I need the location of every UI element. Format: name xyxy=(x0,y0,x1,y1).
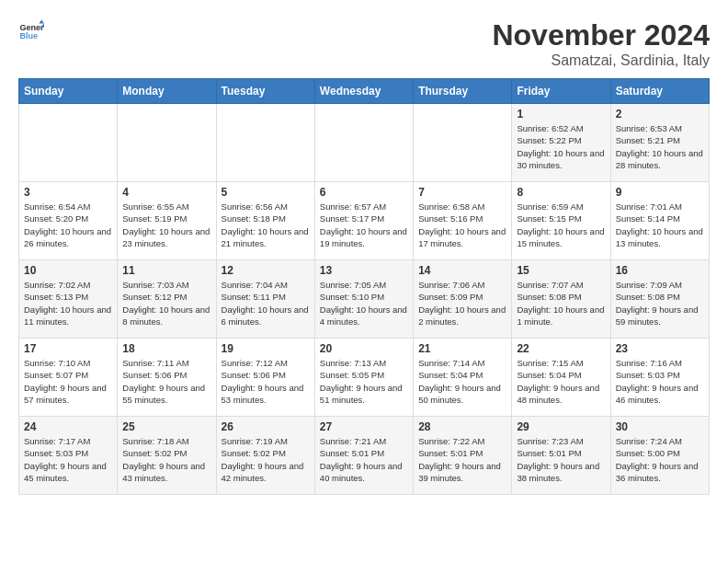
calendar-cell xyxy=(414,104,512,182)
calendar-cell: 5Sunrise: 6:56 AM Sunset: 5:18 PM Daylig… xyxy=(216,182,314,260)
calendar-dow-wednesday: Wednesday xyxy=(314,79,413,104)
day-info: Sunrise: 7:18 AM Sunset: 5:02 PM Dayligh… xyxy=(122,435,210,484)
day-number: 2 xyxy=(616,108,704,121)
day-info: Sunrise: 7:19 AM Sunset: 5:02 PM Dayligh… xyxy=(222,435,310,484)
day-number: 27 xyxy=(320,420,408,433)
day-info: Sunrise: 7:05 AM Sunset: 5:10 PM Dayligh… xyxy=(320,279,408,327)
calendar-dow-saturday: Saturday xyxy=(610,79,709,104)
day-number: 25 xyxy=(122,420,210,433)
day-number: 24 xyxy=(24,420,112,433)
calendar-subtitle: Samatzai, Sardinia, Italy xyxy=(492,52,710,69)
day-number: 28 xyxy=(418,420,506,433)
calendar-cell: 27Sunrise: 7:21 AM Sunset: 5:01 PM Dayli… xyxy=(314,417,413,495)
day-info: Sunrise: 7:10 AM Sunset: 5:07 PM Dayligh… xyxy=(24,357,112,406)
day-info: Sunrise: 7:13 AM Sunset: 5:05 PM Dayligh… xyxy=(320,357,408,406)
calendar-cell: 28Sunrise: 7:22 AM Sunset: 5:01 PM Dayli… xyxy=(414,417,512,495)
day-number: 10 xyxy=(24,264,112,277)
calendar-cell: 17Sunrise: 7:10 AM Sunset: 5:07 PM Dayli… xyxy=(19,339,118,417)
day-info: Sunrise: 7:12 AM Sunset: 5:06 PM Dayligh… xyxy=(222,357,310,406)
calendar-cell: 19Sunrise: 7:12 AM Sunset: 5:06 PM Dayli… xyxy=(216,339,314,417)
day-number: 6 xyxy=(320,186,408,199)
day-number: 5 xyxy=(222,186,310,199)
calendar-cell xyxy=(216,104,314,182)
day-info: Sunrise: 7:24 AM Sunset: 5:00 PM Dayligh… xyxy=(616,435,704,484)
logo-icon: General Blue xyxy=(18,18,44,44)
day-number: 22 xyxy=(517,342,605,355)
calendar-cell: 21Sunrise: 7:14 AM Sunset: 5:04 PM Dayli… xyxy=(414,339,512,417)
calendar-week-1: 1Sunrise: 6:52 AM Sunset: 5:22 PM Daylig… xyxy=(19,104,710,182)
page-header: General Blue November 2024 Samatzai, Sar… xyxy=(18,18,710,69)
day-info: Sunrise: 7:11 AM Sunset: 5:06 PM Dayligh… xyxy=(122,357,210,406)
day-info: Sunrise: 7:06 AM Sunset: 5:09 PM Dayligh… xyxy=(418,279,506,327)
calendar-week-2: 3Sunrise: 6:54 AM Sunset: 5:20 PM Daylig… xyxy=(19,182,710,260)
calendar-dow-friday: Friday xyxy=(512,79,610,104)
calendar-cell: 4Sunrise: 6:55 AM Sunset: 5:19 PM Daylig… xyxy=(118,182,216,260)
day-number: 3 xyxy=(24,186,112,199)
day-number: 12 xyxy=(222,264,310,277)
calendar-dow-thursday: Thursday xyxy=(414,79,512,104)
day-number: 9 xyxy=(616,186,704,199)
calendar-cell: 2Sunrise: 6:53 AM Sunset: 5:21 PM Daylig… xyxy=(610,104,709,182)
day-info: Sunrise: 7:17 AM Sunset: 5:03 PM Dayligh… xyxy=(24,435,112,484)
calendar-cell: 26Sunrise: 7:19 AM Sunset: 5:02 PM Dayli… xyxy=(216,417,314,495)
title-block: November 2024 Samatzai, Sardinia, Italy xyxy=(492,18,710,69)
calendar-cell: 8Sunrise: 6:59 AM Sunset: 5:15 PM Daylig… xyxy=(512,182,610,260)
calendar-cell: 9Sunrise: 7:01 AM Sunset: 5:14 PM Daylig… xyxy=(610,182,709,260)
day-number: 29 xyxy=(517,420,605,433)
calendar-body: 1Sunrise: 6:52 AM Sunset: 5:22 PM Daylig… xyxy=(19,104,710,495)
day-info: Sunrise: 7:04 AM Sunset: 5:11 PM Dayligh… xyxy=(222,279,310,327)
calendar-cell: 10Sunrise: 7:02 AM Sunset: 5:13 PM Dayli… xyxy=(19,260,118,339)
calendar-cell: 13Sunrise: 7:05 AM Sunset: 5:10 PM Dayli… xyxy=(314,260,413,339)
calendar-title: November 2024 xyxy=(492,18,710,52)
calendar-cell: 6Sunrise: 6:57 AM Sunset: 5:17 PM Daylig… xyxy=(314,182,413,260)
calendar-cell: 24Sunrise: 7:17 AM Sunset: 5:03 PM Dayli… xyxy=(19,417,118,495)
day-info: Sunrise: 7:15 AM Sunset: 5:04 PM Dayligh… xyxy=(517,357,605,406)
calendar-week-4: 17Sunrise: 7:10 AM Sunset: 5:07 PM Dayli… xyxy=(19,339,710,417)
calendar-cell: 15Sunrise: 7:07 AM Sunset: 5:08 PM Dayli… xyxy=(512,260,610,339)
calendar-dow-sunday: Sunday xyxy=(19,79,118,104)
calendar-cell xyxy=(314,104,413,182)
calendar-cell: 3Sunrise: 6:54 AM Sunset: 5:20 PM Daylig… xyxy=(19,182,118,260)
calendar-table: SundayMondayTuesdayWednesdayThursdayFrid… xyxy=(18,78,710,495)
day-info: Sunrise: 6:58 AM Sunset: 5:16 PM Dayligh… xyxy=(418,201,506,249)
day-number: 14 xyxy=(418,264,506,277)
calendar-week-5: 24Sunrise: 7:17 AM Sunset: 5:03 PM Dayli… xyxy=(19,417,710,495)
calendar-cell: 20Sunrise: 7:13 AM Sunset: 5:05 PM Dayli… xyxy=(314,339,413,417)
calendar-week-3: 10Sunrise: 7:02 AM Sunset: 5:13 PM Dayli… xyxy=(19,260,710,339)
svg-marker-2 xyxy=(39,19,44,23)
day-number: 18 xyxy=(122,342,210,355)
day-info: Sunrise: 6:53 AM Sunset: 5:21 PM Dayligh… xyxy=(616,122,704,171)
day-info: Sunrise: 6:54 AM Sunset: 5:20 PM Dayligh… xyxy=(24,201,112,249)
day-number: 16 xyxy=(616,264,704,277)
calendar-cell: 25Sunrise: 7:18 AM Sunset: 5:02 PM Dayli… xyxy=(118,417,216,495)
calendar-cell: 1Sunrise: 6:52 AM Sunset: 5:22 PM Daylig… xyxy=(512,104,610,182)
day-info: Sunrise: 6:52 AM Sunset: 5:22 PM Dayligh… xyxy=(517,122,605,171)
calendar-cell: 7Sunrise: 6:58 AM Sunset: 5:16 PM Daylig… xyxy=(414,182,512,260)
calendar-header-row: SundayMondayTuesdayWednesdayThursdayFrid… xyxy=(19,79,710,104)
calendar-cell: 18Sunrise: 7:11 AM Sunset: 5:06 PM Dayli… xyxy=(118,339,216,417)
calendar-cell: 22Sunrise: 7:15 AM Sunset: 5:04 PM Dayli… xyxy=(512,339,610,417)
calendar-dow-tuesday: Tuesday xyxy=(216,79,314,104)
day-info: Sunrise: 6:56 AM Sunset: 5:18 PM Dayligh… xyxy=(222,201,310,249)
day-number: 4 xyxy=(122,186,210,199)
calendar-cell xyxy=(118,104,216,182)
day-number: 23 xyxy=(616,342,704,355)
calendar-cell: 30Sunrise: 7:24 AM Sunset: 5:00 PM Dayli… xyxy=(610,417,709,495)
calendar-cell: 23Sunrise: 7:16 AM Sunset: 5:03 PM Dayli… xyxy=(610,339,709,417)
logo: General Blue xyxy=(18,18,48,44)
day-info: Sunrise: 7:16 AM Sunset: 5:03 PM Dayligh… xyxy=(616,357,704,406)
day-number: 21 xyxy=(418,342,506,355)
day-number: 11 xyxy=(122,264,210,277)
day-info: Sunrise: 7:02 AM Sunset: 5:13 PM Dayligh… xyxy=(24,279,112,327)
day-number: 26 xyxy=(222,420,310,433)
calendar-cell: 12Sunrise: 7:04 AM Sunset: 5:11 PM Dayli… xyxy=(216,260,314,339)
day-number: 7 xyxy=(418,186,506,199)
day-info: Sunrise: 7:07 AM Sunset: 5:08 PM Dayligh… xyxy=(517,279,605,327)
calendar-cell: 29Sunrise: 7:23 AM Sunset: 5:01 PM Dayli… xyxy=(512,417,610,495)
day-info: Sunrise: 6:59 AM Sunset: 5:15 PM Dayligh… xyxy=(517,201,605,249)
day-info: Sunrise: 7:14 AM Sunset: 5:04 PM Dayligh… xyxy=(418,357,506,406)
day-number: 19 xyxy=(222,342,310,355)
svg-text:Blue: Blue xyxy=(19,31,38,40)
day-number: 20 xyxy=(320,342,408,355)
calendar-cell: 14Sunrise: 7:06 AM Sunset: 5:09 PM Dayli… xyxy=(414,260,512,339)
